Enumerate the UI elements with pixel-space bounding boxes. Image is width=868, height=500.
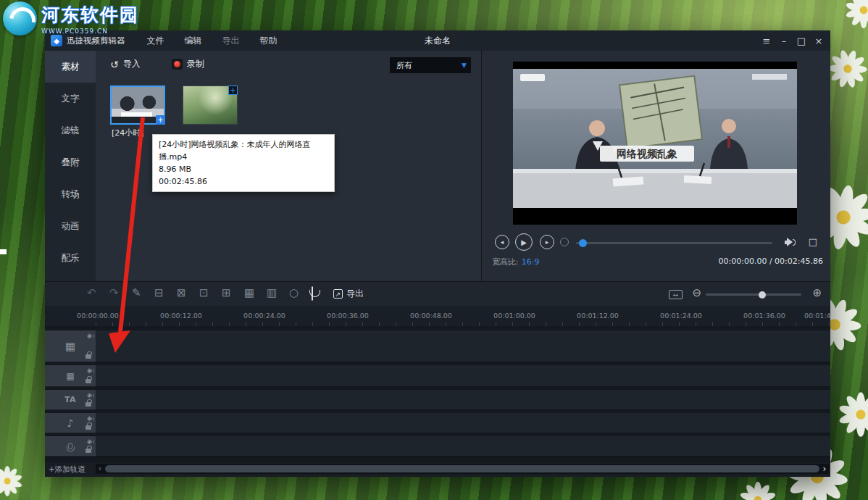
video-track-2: ▦ [45,365,830,387]
import-button[interactable]: ↺ 导入 [110,58,141,70]
next-frame-button[interactable]: ▸ [540,235,554,249]
music-track-lane[interactable] [96,413,830,433]
media-tooltip: [24小时]网络视频乱象：未成年人的网络直播.mp4 8.96 MB 00:02… [152,134,335,192]
music-note-icon: ♪ [67,417,74,429]
ruler-label: 00:01:24.00 [659,312,704,320]
lock-icon[interactable] [85,425,91,430]
voice-track-lane[interactable] [96,436,830,457]
previous-frame-button[interactable]: ◂ [495,235,509,249]
zoom-slider[interactable] [706,293,801,296]
lock-icon[interactable] [85,449,91,453]
zoom-slider-handle[interactable] [759,291,766,299]
watermark-title: 河东软件园 [41,3,139,27]
mute-icon[interactable] [87,368,93,374]
rotate-icon[interactable]: ○ [289,288,299,299]
ruler-label: 00:00:48.00 [409,312,454,320]
filter-value: 所有 [396,60,412,71]
seek-bar[interactable] [576,242,772,244]
tab-transition[interactable]: 转场 [45,178,96,210]
scroll-right-icon[interactable]: › [820,464,829,473]
fit-timeline-icon[interactable]: ↔ [669,290,683,299]
text-track-icon: TA [64,395,76,404]
edit-icon[interactable]: ✎ [132,288,141,299]
volume-icon[interactable] [785,238,796,247]
mute-icon[interactable] [87,416,93,422]
record-button[interactable]: 录制 [172,58,204,70]
tab-animation[interactable]: 动画 [45,210,96,242]
seek-handle[interactable] [579,239,587,247]
export-button[interactable]: ↗ 导出 [333,288,364,300]
document-title: 未命名 [425,35,451,47]
app-window: ◆ 迅捷视频剪辑器 文件 编辑 导出 帮助 未命名 ≡ – □ × 素材 [45,30,830,477]
fullscreen-icon[interactable]: □ [809,236,817,247]
close-button[interactable]: × [810,36,827,46]
video-track-2-lane[interactable] [96,365,830,387]
tab-text[interactable]: 文字 [45,83,96,114]
microphone-icon[interactable] [312,288,313,299]
timeline-ruler[interactable]: 00:00:00.00 00:00:12.00 00:00:24.00 00:0… [45,306,830,326]
maximize-button[interactable]: □ [793,36,810,46]
media-item[interactable]: + [183,86,238,125]
stop-button[interactable] [560,238,569,246]
video-preview[interactable]: 网络视频乱象 [513,62,797,225]
add-to-timeline-badge[interactable]: + [156,115,165,125]
mute-icon[interactable] [87,439,93,445]
minimize-button[interactable]: – [775,36,793,46]
desktop: ◆ 迅捷视频剪辑器 文件 编辑 导出 帮助 未命名 ≡ – □ × 素材 [0,0,868,500]
download-badge[interactable]: + [228,86,238,95]
menubar: 文件 编辑 导出 帮助 [147,35,277,47]
text-track-header[interactable]: TA [45,390,96,410]
menu-help[interactable]: 帮助 [260,35,277,47]
video-track-1-lane[interactable] [96,330,830,362]
play-button[interactable]: ▶ [515,233,533,251]
horizontal-scrollbar[interactable]: ‹ › [96,464,829,474]
media-item-selected[interactable]: + [110,86,165,125]
tab-overlay[interactable]: 叠附 [45,146,96,178]
audio-levels-icon[interactable]: ▥ [267,288,277,299]
menu-file[interactable]: 文件 [147,35,164,47]
record-icon [172,59,183,70]
delete-icon[interactable]: ⊠ [177,288,186,299]
mute-icon[interactable] [87,393,93,399]
music-track-header[interactable]: ♪ [45,413,96,433]
ruler-label: 00:00:24.00 [242,312,287,320]
filter-dropdown[interactable]: 所有 ▼ [390,57,471,73]
redo-icon[interactable]: ↷ [109,288,119,299]
ruler-label: 00:00:00.00 [75,312,120,320]
video-track-2-header[interactable]: ▦ [45,365,96,387]
video-track-1-header[interactable]: ▦ [45,330,96,362]
lock-icon[interactable] [85,402,91,407]
video-caption: 网络视频乱象 [617,148,677,159]
voice-mic-icon [68,443,72,449]
voice-track-header[interactable] [45,436,96,457]
sidebar-tabs: 素材 文字 滤镜 叠附 转场 动画 配乐 [45,51,96,281]
mosaic-icon[interactable]: ▦ [244,288,254,299]
copy-icon[interactable]: ⊞ [222,288,231,299]
tab-music[interactable]: 配乐 [45,242,96,274]
tab-filter[interactable]: 滤镜 [45,114,96,146]
lock-icon[interactable] [85,354,91,359]
menu-export[interactable]: 导出 [222,35,240,47]
text-track-lane[interactable] [96,390,830,410]
ruler-label: 00:01:36.00 [742,312,787,320]
ruler-label: 00:01:12.00 [575,312,620,320]
hamburger-menu-icon[interactable]: ≡ [758,36,775,46]
mute-icon[interactable] [87,333,93,339]
scroll-left-icon[interactable]: ‹ [96,465,104,472]
upper-content: 素材 文字 滤镜 叠附 转场 动画 配乐 ↺ 导入 录制 [45,51,830,281]
tab-material[interactable]: 素材 [45,51,96,83]
crop-icon[interactable]: ⊡ [199,288,209,299]
window-controls: ≡ – □ × [758,30,827,51]
timecode: 00:00:00.00 / 00:02:45.86 [719,257,824,266]
zoom-in-icon[interactable]: ⊕ [812,288,822,299]
aspect-ratio-value[interactable]: 16:9 [522,257,540,267]
add-track-button[interactable]: +添加轨道 [49,464,85,475]
zoom-out-icon[interactable]: ⊖ [692,288,701,299]
lock-icon[interactable] [85,379,91,383]
split-icon[interactable]: ⊟ [154,288,164,299]
scrollbar-thumb[interactable] [105,465,819,472]
video-frame: 网络视频乱象 [513,62,797,225]
tooltip-size: 8.96 MB [159,163,328,175]
menu-edit[interactable]: 编辑 [185,35,202,47]
undo-icon[interactable]: ↶ [87,288,96,299]
